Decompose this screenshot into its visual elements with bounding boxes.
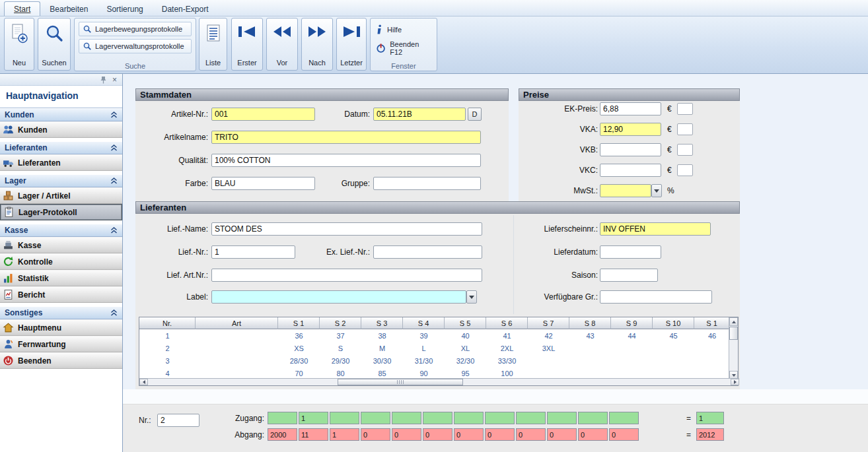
nach-button[interactable]: Nach bbox=[301, 18, 333, 71]
column-header[interactable]: S 8 bbox=[569, 317, 611, 329]
saison-field[interactable] bbox=[600, 269, 658, 282]
zugang-cell[interactable] bbox=[361, 412, 390, 424]
table-cell[interactable]: 37 bbox=[320, 329, 361, 342]
datum-field[interactable] bbox=[373, 108, 466, 121]
table-cell[interactable]: 3XL bbox=[528, 342, 569, 354]
hilfe-button[interactable]: Hilfe bbox=[375, 22, 433, 38]
column-header[interactable]: S 3 bbox=[361, 317, 403, 329]
column-header[interactable]: S 5 bbox=[445, 317, 486, 329]
tab-daten-export[interactable]: Daten-Export bbox=[153, 2, 218, 16]
table-cell[interactable]: 2 bbox=[139, 342, 196, 354]
table-cell[interactable]: 44 bbox=[611, 329, 653, 342]
table-cell[interactable] bbox=[196, 329, 278, 342]
abgang-cell[interactable]: 0 bbox=[547, 428, 577, 441]
qualitaet-field[interactable] bbox=[211, 154, 481, 167]
abgang-cell[interactable]: 2000 bbox=[268, 428, 297, 441]
table-cell[interactable] bbox=[196, 354, 278, 367]
table-cell[interactable]: 43 bbox=[569, 329, 611, 342]
abgang-cell[interactable]: 0 bbox=[392, 428, 421, 441]
vkc-extra-field[interactable] bbox=[677, 164, 693, 176]
column-header[interactable]: S 9 bbox=[611, 317, 653, 329]
table-cell[interactable] bbox=[611, 354, 653, 367]
abgang-cell[interactable]: 0 bbox=[423, 428, 452, 441]
farbe-field[interactable] bbox=[211, 177, 315, 190]
column-header[interactable]: S 4 bbox=[403, 317, 445, 329]
zugang-cell[interactable] bbox=[578, 412, 608, 424]
close-icon[interactable]: × bbox=[112, 77, 117, 83]
table-cell[interactable]: S bbox=[320, 342, 361, 354]
sidebar-item-fernwartung[interactable]: Fernwartung bbox=[0, 336, 122, 352]
table-cell[interactable] bbox=[653, 342, 694, 354]
vkb-field[interactable] bbox=[600, 143, 661, 156]
mwst-dropdown-button[interactable] bbox=[651, 184, 662, 197]
vertical-scroll-thumb[interactable] bbox=[729, 327, 738, 340]
table-cell[interactable]: 3 bbox=[139, 354, 196, 367]
zugang-cell[interactable] bbox=[268, 412, 297, 424]
abgang-cell[interactable]: 11 bbox=[299, 428, 328, 441]
abgang-cell[interactable]: 0 bbox=[516, 428, 546, 441]
abgang-cell[interactable]: 0 bbox=[578, 428, 608, 441]
table-cell[interactable]: M bbox=[361, 342, 403, 354]
erster-button[interactable]: Erster bbox=[231, 18, 263, 71]
sidebar-group-kasse[interactable]: Kasse bbox=[0, 224, 122, 237]
sidebar-group-lager[interactable]: Lager bbox=[0, 174, 122, 187]
lieferscheinnr-field[interactable] bbox=[600, 222, 711, 236]
zugang-cell[interactable] bbox=[609, 412, 639, 424]
zugang-cell[interactable] bbox=[392, 412, 421, 424]
scroll-left-button[interactable] bbox=[139, 379, 148, 385]
neu-button[interactable]: Neu bbox=[4, 18, 34, 71]
table-cell[interactable] bbox=[611, 342, 653, 354]
vkc-field[interactable] bbox=[600, 164, 661, 177]
table-cell[interactable]: 38 bbox=[361, 329, 403, 342]
vka-extra-field[interactable] bbox=[677, 123, 693, 135]
table-cell[interactable]: 2XL bbox=[486, 342, 528, 354]
sidebar-group-lieferanten[interactable]: Lieferanten bbox=[0, 141, 122, 154]
tab-sortierung[interactable]: Sortierung bbox=[97, 2, 152, 16]
vor-button[interactable]: Vor bbox=[266, 18, 298, 71]
sidebar-item-lieferanten[interactable]: Lieferanten bbox=[0, 154, 122, 171]
ek-preis-field[interactable] bbox=[600, 102, 661, 115]
label-combobox[interactable] bbox=[211, 290, 466, 304]
suchen-button[interactable]: Suchen bbox=[38, 18, 71, 71]
table-cell[interactable]: 28/30 bbox=[278, 354, 320, 367]
horizontal-scroll-thumb[interactable] bbox=[338, 379, 463, 385]
table-cell[interactable]: L bbox=[403, 342, 445, 354]
table-cell[interactable] bbox=[196, 342, 278, 354]
abgang-cell[interactable]: 0 bbox=[485, 428, 515, 441]
zugang-cell[interactable] bbox=[423, 412, 452, 424]
table-cell[interactable] bbox=[694, 354, 730, 367]
sidebar-item-beenden[interactable]: Beenden bbox=[0, 352, 122, 369]
table-cell[interactable] bbox=[569, 354, 611, 367]
sidebar-item-lager-protokoll[interactable]: Lager-Protokoll bbox=[0, 204, 122, 220]
table-cell[interactable] bbox=[694, 342, 730, 354]
sidebar-item-statistik[interactable]: Statistik bbox=[0, 270, 122, 286]
sidebar-item-hauptmenu[interactable]: Hauptmenu bbox=[0, 319, 122, 336]
lief-art-nr-field[interactable] bbox=[211, 269, 482, 282]
vkb-extra-field[interactable] bbox=[677, 144, 693, 156]
abgang-cell[interactable]: 0 bbox=[361, 428, 390, 441]
vka-field[interactable] bbox=[600, 123, 661, 136]
lagerbewegungsprotokolle-button[interactable]: Lagerbewegungsprotokolle bbox=[79, 22, 192, 36]
table-cell[interactable]: XS bbox=[278, 342, 320, 354]
lief-nr-field[interactable] bbox=[211, 245, 295, 259]
nr-field[interactable] bbox=[157, 414, 199, 427]
table-cell[interactable]: 42 bbox=[528, 329, 569, 342]
scroll-right-button[interactable] bbox=[731, 379, 739, 385]
gruppe-field[interactable] bbox=[373, 177, 481, 190]
sidebar-item-lager-artikel[interactable]: Lager / Artikel bbox=[0, 187, 122, 204]
zugang-cell[interactable]: 1 bbox=[299, 412, 328, 424]
sidebar-item-kasse[interactable]: Kasse bbox=[0, 237, 122, 253]
column-header[interactable]: S 6 bbox=[486, 317, 528, 329]
sidebar-group-sonstiges[interactable]: Sonstiges bbox=[0, 306, 122, 319]
horizontal-scrollbar[interactable] bbox=[139, 378, 739, 385]
sidebar-item-kunden[interactable]: Kunden bbox=[0, 121, 122, 138]
abgang-cell[interactable]: 0 bbox=[609, 428, 639, 441]
zugang-cell[interactable] bbox=[516, 412, 546, 424]
table-cell[interactable]: 39 bbox=[403, 329, 445, 342]
table-cell[interactable]: XL bbox=[445, 342, 486, 354]
table-cell[interactable] bbox=[528, 354, 569, 367]
zugang-cell[interactable] bbox=[330, 412, 359, 424]
column-header[interactable]: S 10 bbox=[653, 317, 694, 329]
letzter-button[interactable]: Letzter bbox=[336, 18, 367, 71]
zugang-cell[interactable] bbox=[454, 412, 484, 424]
